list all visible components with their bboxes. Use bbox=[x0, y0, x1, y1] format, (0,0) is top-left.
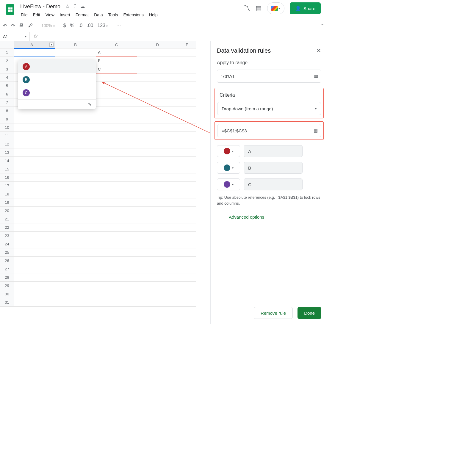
cell[interactable] bbox=[96, 132, 137, 140]
cell[interactable] bbox=[137, 273, 178, 282]
dropdown-option[interactable]: A bbox=[18, 60, 96, 73]
cell[interactable] bbox=[14, 132, 55, 140]
star-icon[interactable]: ☆ bbox=[65, 3, 70, 10]
cell[interactable] bbox=[96, 182, 137, 190]
cell[interactable] bbox=[55, 265, 96, 273]
row-header[interactable]: 4 bbox=[0, 73, 14, 82]
cell[interactable] bbox=[178, 198, 196, 207]
apply-range-input[interactable]: '73'!A1 ▦ bbox=[217, 70, 321, 83]
currency-icon[interactable]: $ bbox=[63, 23, 66, 28]
cell[interactable] bbox=[55, 123, 96, 132]
cell[interactable] bbox=[14, 248, 55, 257]
row-header[interactable]: 22 bbox=[0, 223, 14, 232]
cell[interactable] bbox=[55, 257, 96, 265]
color-chip-select[interactable]: ▾ bbox=[217, 162, 240, 174]
cell[interactable] bbox=[178, 165, 196, 173]
row-header[interactable]: 29 bbox=[0, 282, 14, 290]
format-123-icon[interactable]: 123 ▾ bbox=[97, 23, 107, 28]
row-header[interactable]: 13 bbox=[0, 148, 14, 157]
document-title[interactable]: LiveFlow - Demo bbox=[18, 3, 62, 10]
cell[interactable] bbox=[96, 98, 137, 107]
cell[interactable] bbox=[14, 215, 55, 223]
cell[interactable] bbox=[178, 123, 196, 132]
cell[interactable] bbox=[96, 115, 137, 123]
cell[interactable] bbox=[55, 165, 96, 173]
cell[interactable] bbox=[96, 140, 137, 148]
cell[interactable] bbox=[96, 207, 137, 215]
pencil-icon[interactable]: ✎ bbox=[88, 102, 92, 107]
cell[interactable] bbox=[137, 48, 178, 57]
cell[interactable] bbox=[178, 48, 196, 57]
cell[interactable] bbox=[137, 107, 178, 115]
cell[interactable] bbox=[96, 190, 137, 198]
menu-format[interactable]: Format bbox=[73, 11, 91, 18]
cell[interactable] bbox=[55, 215, 96, 223]
row-header[interactable]: 6 bbox=[0, 90, 14, 98]
row-header[interactable]: 17 bbox=[0, 182, 14, 190]
done-button[interactable]: Done bbox=[298, 307, 321, 319]
cell[interactable] bbox=[178, 232, 196, 240]
cell[interactable] bbox=[178, 273, 196, 282]
cell[interactable] bbox=[137, 82, 178, 90]
close-icon[interactable]: ✕ bbox=[316, 47, 321, 54]
decrease-decimal-icon[interactable]: .0 bbox=[79, 23, 82, 28]
cell[interactable] bbox=[178, 223, 196, 232]
color-chip-select[interactable]: ▾ bbox=[217, 178, 240, 190]
cell[interactable] bbox=[14, 148, 55, 157]
print-icon[interactable]: 🖶 bbox=[19, 23, 24, 28]
menu-view[interactable]: View bbox=[43, 11, 57, 18]
redo-icon[interactable]: ↷ bbox=[11, 23, 15, 29]
cell[interactable] bbox=[96, 240, 137, 248]
cell[interactable] bbox=[137, 215, 178, 223]
cell[interactable] bbox=[178, 282, 196, 290]
cell[interactable]: C bbox=[96, 65, 137, 73]
spreadsheet-grid[interactable]: A▾BCDE1A2B3C4567891011121314151617181920… bbox=[0, 41, 211, 324]
row-header[interactable]: 8 bbox=[0, 107, 14, 115]
cell[interactable] bbox=[178, 298, 196, 307]
column-header[interactable]: A▾ bbox=[14, 41, 55, 48]
row-header[interactable]: 19 bbox=[0, 198, 14, 207]
cell[interactable] bbox=[96, 198, 137, 207]
row-header[interactable]: 26 bbox=[0, 257, 14, 265]
cell[interactable] bbox=[96, 223, 137, 232]
cell[interactable] bbox=[55, 140, 96, 148]
cell[interactable] bbox=[178, 73, 196, 82]
cell[interactable] bbox=[96, 73, 137, 82]
cell[interactable] bbox=[178, 132, 196, 140]
cell[interactable] bbox=[96, 257, 137, 265]
cell[interactable] bbox=[178, 265, 196, 273]
row-header[interactable]: 23 bbox=[0, 232, 14, 240]
sheets-logo[interactable] bbox=[4, 4, 16, 15]
cell[interactable] bbox=[137, 223, 178, 232]
cell[interactable] bbox=[137, 282, 178, 290]
cell[interactable] bbox=[14, 282, 55, 290]
cell[interactable] bbox=[14, 123, 55, 132]
cell[interactable] bbox=[178, 90, 196, 98]
row-header[interactable]: 30 bbox=[0, 290, 14, 298]
cell[interactable] bbox=[137, 157, 178, 165]
cell[interactable] bbox=[137, 90, 178, 98]
cell[interactable] bbox=[96, 215, 137, 223]
cell[interactable] bbox=[137, 298, 178, 307]
cell[interactable] bbox=[14, 207, 55, 215]
cell[interactable] bbox=[137, 140, 178, 148]
percent-icon[interactable]: % bbox=[70, 23, 74, 28]
row-header[interactable]: 5 bbox=[0, 82, 14, 90]
increase-decimal-icon[interactable]: .00 bbox=[87, 23, 93, 28]
grid-select-icon[interactable]: ▦ bbox=[314, 128, 318, 133]
cell[interactable] bbox=[55, 207, 96, 215]
row-header[interactable]: 25 bbox=[0, 248, 14, 257]
cell[interactable] bbox=[96, 90, 137, 98]
cell[interactable] bbox=[137, 148, 178, 157]
cell[interactable] bbox=[55, 223, 96, 232]
row-header[interactable]: 7 bbox=[0, 98, 14, 107]
menu-data[interactable]: Data bbox=[92, 11, 105, 18]
move-icon[interactable]: ⤴ bbox=[73, 3, 76, 10]
cloud-icon[interactable]: ☁ bbox=[80, 3, 85, 10]
cell[interactable]: B bbox=[96, 57, 137, 65]
cell[interactable] bbox=[137, 232, 178, 240]
cell[interactable] bbox=[14, 232, 55, 240]
comments-icon[interactable]: ▤ bbox=[256, 4, 262, 12]
cell[interactable] bbox=[14, 165, 55, 173]
cell[interactable] bbox=[178, 57, 196, 65]
